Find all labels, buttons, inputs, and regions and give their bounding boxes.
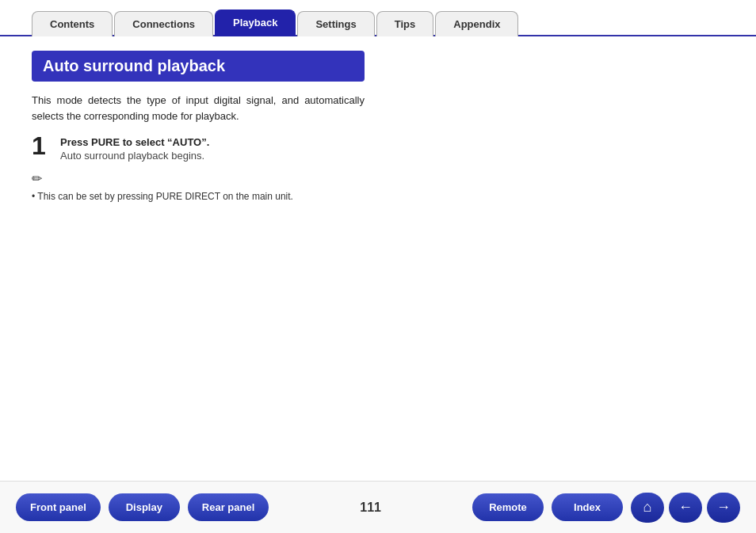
step-number: 1 — [32, 133, 60, 158]
step-subtitle: Auto surround playback begins. — [60, 150, 209, 162]
front-panel-button[interactable]: Front panel — [16, 493, 101, 521]
tab-tips[interactable]: Tips — [376, 11, 434, 36]
pencil-icon: ✏ — [32, 171, 724, 186]
tab-connections[interactable]: Connections — [114, 11, 213, 36]
note-section: ✏ • This can be set by pressing PURE DIR… — [32, 171, 724, 202]
step-content: Press PURE to select “AUTO”. Auto surrou… — [60, 136, 209, 162]
step-1: 1 Press PURE to select “AUTO”. Auto surr… — [32, 136, 724, 162]
display-button[interactable]: Display — [109, 493, 180, 521]
tab-contents[interactable]: Contents — [32, 11, 113, 36]
nav-tabs: Contents Connections Playback Settings T… — [0, 0, 756, 36]
index-button[interactable]: Index — [552, 493, 623, 521]
main-content: Auto surround playback This mode detects… — [0, 36, 756, 281]
tab-appendix[interactable]: Appendix — [435, 11, 518, 36]
tab-playback[interactable]: Playback — [215, 10, 296, 36]
home-button[interactable]: ⌂ — [631, 493, 664, 523]
bottom-bar: Front panel Display Rear panel 111 Remot… — [0, 481, 756, 533]
rear-panel-button[interactable]: Rear panel — [188, 493, 269, 521]
step-title: Press PURE to select “AUTO”. — [60, 136, 209, 148]
note-text: • This can be set by pressing PURE DIREC… — [32, 191, 724, 202]
nav-icon-buttons: ⌂ ← → — [631, 493, 740, 523]
page-title: Auto surround playback — [32, 51, 365, 82]
forward-button[interactable]: → — [707, 493, 740, 523]
remote-button[interactable]: Remote — [472, 493, 544, 521]
tab-settings[interactable]: Settings — [297, 11, 374, 36]
back-button[interactable]: ← — [669, 493, 702, 523]
page-number: 111 — [277, 501, 464, 515]
page-description: This mode detects the type of input digi… — [32, 93, 365, 124]
